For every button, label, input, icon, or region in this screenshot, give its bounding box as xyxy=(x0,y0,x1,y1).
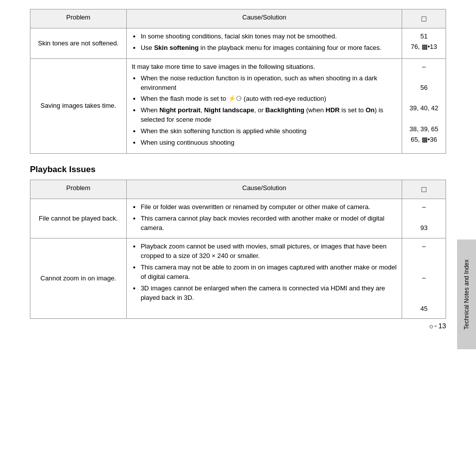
header-cause: Cause/Solution xyxy=(126,9,402,28)
cause-cell-playback1: File or folder was overwritten or rename… xyxy=(126,199,402,238)
problem-cell: Saving images takes time. xyxy=(30,58,127,153)
cause-cell-playback2: Playback zoom cannot be used with movies… xyxy=(126,238,402,319)
ref-cell: – 56 39, 40, 42 38, 39, 65 65, ▩•36 xyxy=(402,58,446,153)
sun-icon: ☼- xyxy=(428,322,437,330)
page-footer: ☼- 13 xyxy=(428,322,446,330)
page-number: 13 xyxy=(438,322,446,330)
problem-cell-playback1: File cannot be played back. xyxy=(30,199,127,238)
header-problem2: Problem xyxy=(30,180,127,199)
section-title-playback: Playback Issues xyxy=(30,165,446,175)
problem-cell-playback2: Cannot zoom in on image. xyxy=(30,238,127,319)
table-row: Cannot zoom in on image. Playback zoom c… xyxy=(30,238,446,319)
ref-cell-playback2: – – 45 xyxy=(402,238,446,319)
table-row: Saving images takes time. It may take mo… xyxy=(30,58,446,153)
header-problem: Problem xyxy=(30,9,127,28)
shooting-issues-table: Problem Cause/Solution □ Skin tones are … xyxy=(30,9,446,154)
playback-issues-table: Problem Cause/Solution □ File cannot be … xyxy=(30,180,446,319)
cause-cell: It may take more time to save images in … xyxy=(126,58,402,153)
side-label: Technical Notes and Index xyxy=(457,239,476,349)
header-ref: □ xyxy=(402,9,446,28)
problem-cell: Skin tones are not softened. xyxy=(30,28,127,59)
page-container: Problem Cause/Solution □ Skin tones are … xyxy=(0,0,476,339)
table-row: Skin tones are not softened. In some sho… xyxy=(30,28,446,59)
cause-cell: In some shooting conditions, facial skin… xyxy=(126,28,402,59)
book-icon: □ xyxy=(422,14,427,23)
ref-cell: 51 76, ▩•13 xyxy=(402,28,446,59)
header-ref2: □ xyxy=(402,180,446,199)
book-icon2: □ xyxy=(422,185,427,194)
ref-cell-playback1: – 93 xyxy=(402,199,446,238)
table-row: File cannot be played back. File or fold… xyxy=(30,199,446,238)
header-cause2: Cause/Solution xyxy=(126,180,402,199)
side-label-text: Technical Notes and Index xyxy=(463,259,470,330)
